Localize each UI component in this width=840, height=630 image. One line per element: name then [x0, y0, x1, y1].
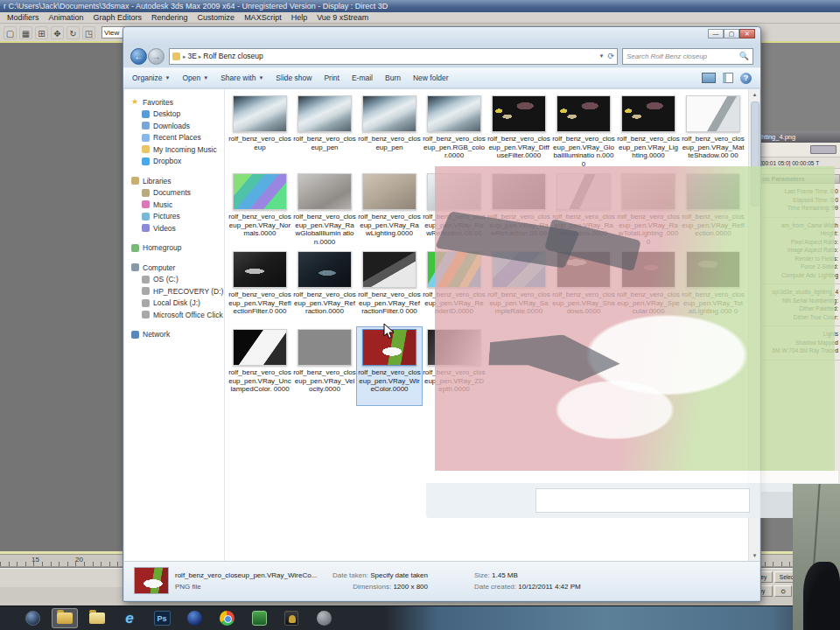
toolbar-slide-show[interactable]: Slide show — [276, 74, 312, 82]
file-item[interactable]: rolf_benz_vero_closeup_pen.VRay_RawLight… — [357, 172, 422, 249]
file-item[interactable]: rolf_benz_vero_closeup_pen.VRay_ZDepth.0… — [422, 327, 486, 405]
file-item[interactable]: rolf_benz_vero_closeup_pen.VRay_Reflecti… — [681, 172, 746, 249]
sidebar-item-dropbox[interactable]: Dropbox — [130, 156, 224, 168]
details-date-taken[interactable]: Specify date taken — [370, 571, 428, 579]
file-item[interactable]: rolf_benz_vero_closeup_pen.VRay_DiffuseF… — [486, 94, 551, 172]
scale-icon[interactable]: ◳ — [82, 26, 95, 39]
menu-maxscript[interactable]: MAXScript — [244, 13, 282, 22]
start-button[interactable] — [19, 608, 46, 628]
close-button[interactable]: ✕ — [739, 29, 755, 38]
sidebar-item-libraries[interactable]: Libraries — [130, 175, 224, 187]
taskbar-photoshop[interactable]: Ps — [149, 608, 175, 628]
address-bar[interactable]: ▸ 3E ▸ Rolf Benz closeup ▼ ⟳ — [169, 48, 618, 65]
render-dialog-button[interactable] — [810, 145, 836, 154]
file-item[interactable]: rolf_benz_vero_closeup_pen.VRay_Velocity… — [292, 327, 357, 405]
file-item[interactable]: rolf_benz_vero_closeup_pen.VRay_RawRefle… — [422, 172, 486, 249]
sidebar-item-hp-recovery-d[interactable]: HP_RECOVERY (D:) — [130, 285, 224, 298]
taskbar-blue-globe[interactable] — [181, 608, 207, 628]
scrollbar-thumb[interactable] — [751, 102, 760, 206]
file-item[interactable]: rolf_benz_vero_closeup_pen.VRay_Shadows.… — [551, 249, 616, 327]
sidebar-item-my-incoming-music[interactable]: My Incoming Music — [130, 144, 224, 156]
toolbar-open[interactable]: Open▼ — [182, 74, 208, 82]
select-by-name-icon[interactable]: ▦ — [19, 26, 32, 39]
file-item[interactable]: rolf_benz_vero_closeup_pen.VRay_Lighting… — [616, 94, 681, 172]
sidebar-item-videos[interactable]: Videos — [130, 222, 224, 234]
search-input[interactable]: Search Rolf Benz closeup 🔍 — [622, 48, 753, 65]
common-parameters-rollout[interactable]: on Parameters — [759, 174, 840, 184]
file-item[interactable]: rolf_benz_vero_closeup_pen.VRay_Normals.… — [228, 172, 292, 249]
taskbar-media-app[interactable] — [278, 608, 304, 628]
file-item[interactable]: rolf_benz_vero_closeup_pen.RGB_color.000… — [422, 94, 486, 172]
file-item[interactable]: rolf_benz_vero_closeup_pen.VRay_Unclampe… — [228, 327, 292, 405]
menu-animation[interactable]: Animation — [49, 13, 84, 22]
sidebar-item-os-c[interactable]: OS (C:) — [130, 274, 224, 286]
maximize-button[interactable]: ▢ — [724, 29, 739, 38]
breadcrumb-rolf-benz-closeup[interactable]: Rolf Benz closeup — [203, 52, 263, 60]
sidebar-item-desktop[interactable]: Desktop — [130, 108, 224, 121]
explorer-titlebar[interactable]: — ▢ ✕ — [123, 27, 760, 45]
file-item[interactable]: rolf_benz_vero_closeup_pen.VRay_GlobalIl… — [551, 94, 616, 172]
scroll-up-icon[interactable]: ▲ — [749, 89, 760, 100]
file-item[interactable]: rolf_benz_vero_closeup_pen.VRay_RawTotal… — [616, 172, 681, 249]
file-item[interactable]: rolf_benz_vero_closeup_pen.VRay_Refracti… — [357, 249, 422, 327]
taskbar-internet-explorer[interactable]: e — [116, 608, 143, 628]
change-view-icon[interactable] — [702, 73, 716, 83]
file-item[interactable]: rolf_benz_vero_closeup_pen.VRay_MatteSha… — [681, 94, 746, 172]
menu-graph-editors[interactable]: Graph Editors — [94, 13, 143, 22]
render-dialog-titlebar[interactable]: hting_4.png — [759, 131, 840, 143]
scroll-down-icon[interactable]: ▼ — [749, 550, 760, 561]
move-icon[interactable]: ✥ — [51, 26, 64, 39]
toolbar-print[interactable]: Print — [324, 74, 339, 82]
address-dropdown-icon[interactable]: ▼ — [599, 53, 605, 59]
file-item[interactable]: rolf_benz_vero_closeup_pen.VRay_RawGloba… — [292, 172, 357, 249]
file-item[interactable]: rolf_benz_vero_closeup_pen.VRay_Refracti… — [292, 249, 357, 327]
file-item[interactable]: rolf_benz_vero_closeup_pen — [357, 94, 422, 172]
sidebar-item-downloads[interactable]: Downloads — [130, 120, 224, 132]
sidebar-item-local-disk-j[interactable]: Local Disk (J:) — [130, 298, 224, 310]
max-viewport-right[interactable] — [758, 41, 840, 131]
sidebar-item-computer[interactable]: Computer — [130, 262, 224, 274]
preview-pane-icon[interactable] — [723, 73, 733, 83]
file-item[interactable]: rolf_benz_vero_closeup_pen.VRay_RawShado… — [551, 172, 616, 249]
key-filters-button[interactable]: ⛭ — [774, 585, 792, 597]
select-region-icon[interactable]: ⊞ — [35, 26, 48, 39]
taskbar-chrome[interactable] — [214, 608, 240, 628]
sidebar-item-network[interactable]: Network — [130, 329, 224, 341]
vertical-scrollbar[interactable]: ▲ ▼ — [748, 89, 760, 561]
select-object-icon[interactable]: ▢ — [4, 26, 17, 39]
menu-customize[interactable]: Customize — [198, 13, 235, 22]
file-item[interactable]: rolf_benz_vero_closeup_pen.VRay_RenderID… — [422, 249, 486, 327]
menu-rendering[interactable]: Rendering — [151, 13, 188, 22]
file-item[interactable]: rolf_benz_vero_closeup_pen.VRay_RawRefra… — [486, 172, 551, 249]
sidebar-item-microsoft-office-click[interactable]: Microsoft Office Click — [130, 309, 224, 321]
sidebar-item-music[interactable]: Music — [130, 199, 224, 211]
sidebar-item-documents[interactable]: Documents — [130, 187, 224, 200]
toolbar-burn[interactable]: Burn — [385, 74, 401, 82]
menu-modifiers[interactable]: Modifiers — [7, 13, 39, 22]
taskbar-green-app[interactable] — [246, 608, 272, 628]
minimize-button[interactable]: — — [708, 29, 724, 38]
file-item[interactable]: rolf_benz_vero_closeup_pen.VRay_Specular… — [616, 249, 681, 327]
sidebar-item-recent-places[interactable]: Recent Places — [130, 132, 224, 144]
toolbar-organize[interactable]: Organize▼ — [132, 74, 170, 82]
sidebar-item-pictures[interactable]: Pictures — [130, 211, 224, 223]
toolbar-e-mail[interactable]: E-mail — [352, 74, 373, 82]
file-item[interactable]: rolf_benz_vero_closeup_pen.VRay_Reflecti… — [228, 249, 292, 327]
file-item[interactable]: rolf_benz_vero_closeup — [228, 94, 292, 172]
file-item[interactable]: rolf_benz_vero_closeup_pen.VRay_TotalLig… — [681, 249, 746, 327]
menu-help[interactable]: Help — [291, 13, 308, 22]
toolbar-new-folder[interactable]: New folder — [413, 74, 449, 82]
rotate-icon[interactable]: ↻ — [66, 26, 80, 39]
file-item[interactable]: rolf_benz_vero_closeup_pen.VRay_SampleRa… — [486, 249, 551, 327]
sidebar-item-homegroup[interactable]: Homegroup — [130, 242, 224, 255]
taskbar-windows-explorer[interactable] — [52, 608, 78, 628]
max-viewport[interactable] — [0, 41, 122, 551]
taskbar-gray-app[interactable] — [311, 608, 337, 628]
file-item[interactable]: rolf_benz_vero_closeup_pen — [292, 94, 357, 172]
menu-vue-9-xstream[interactable]: Vue 9 xStream — [317, 13, 368, 22]
help-icon[interactable]: ? — [740, 73, 752, 84]
back-button[interactable]: ← — [130, 48, 147, 65]
breadcrumb[interactable]: ▸ 3E ▸ Rolf Benz closeup — [183, 52, 263, 60]
sidebar-item-favorites[interactable]: ★Favorites — [130, 96, 224, 108]
taskbar-notes-folder[interactable] — [84, 608, 110, 628]
